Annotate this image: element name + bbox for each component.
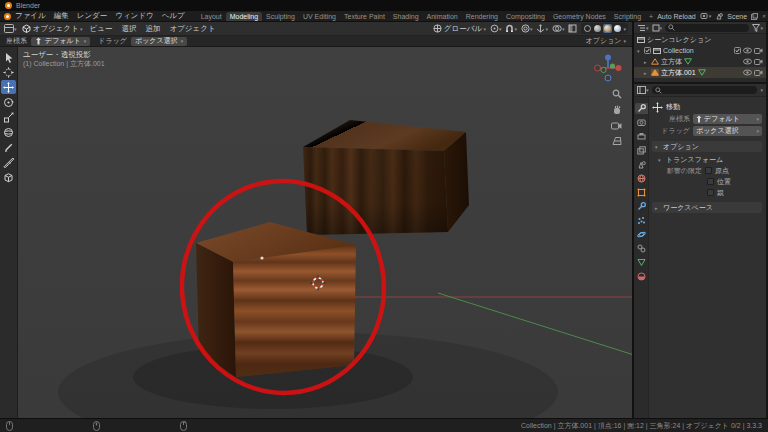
outliner-row-cube[interactable]: ▸ 立方体 [634, 56, 766, 67]
navigation-gizmo[interactable] [592, 52, 624, 84]
tool-transform[interactable] [1, 125, 16, 139]
workspace-panel-header[interactable]: ▸ワークスペース [652, 202, 762, 213]
affect-origins-row: 影響の限定 原点 [652, 165, 762, 176]
orientation-dropdown[interactable]: グローバル ▾ [433, 24, 486, 34]
menu-file[interactable]: ファイル [11, 11, 50, 21]
tab-modifiers[interactable] [635, 201, 648, 212]
collection-checkbox[interactable] [644, 47, 651, 54]
tab-scene[interactable] [635, 159, 648, 170]
tool-orientation-dropdown[interactable]: デフォルト ▾ [31, 37, 90, 46]
menu-select[interactable]: 選択 [119, 24, 138, 34]
tool-cursor[interactable] [1, 65, 16, 79]
add-workspace-button[interactable]: + [645, 12, 657, 21]
menu-render[interactable]: レンダー [73, 11, 112, 21]
tab-output[interactable] [635, 131, 648, 142]
perspective-toggle-icon[interactable] [612, 136, 622, 146]
snap-magnet-icon[interactable]: ▾ [505, 24, 517, 33]
shading-material-preview-button[interactable] [603, 24, 612, 33]
menu-object[interactable]: オブジェクト [167, 24, 217, 34]
tab-geometry-nodes[interactable]: Geometry Nodes [549, 12, 610, 21]
transform-subpanel-header[interactable]: ▾トランスフォーム [652, 154, 762, 165]
menu-add[interactable]: 追加 [143, 24, 162, 34]
gizmos-toggle-icon[interactable]: ▾ [536, 24, 548, 33]
drag-select[interactable]: ボックス選択 ▾ [693, 126, 762, 136]
xray-toggle-icon[interactable] [568, 24, 577, 33]
addon-dropdown-icon[interactable]: ▾ [700, 12, 712, 20]
tab-tool[interactable] [635, 103, 648, 114]
hide-eye-icon[interactable] [743, 47, 752, 54]
filter-icon[interactable]: ▾ [752, 24, 763, 32]
disable-render-camera-icon[interactable] [754, 69, 763, 76]
new-scene-icon[interactable] [751, 13, 758, 20]
tab-uv-editing[interactable]: UV Editing [299, 12, 340, 21]
tab-physics[interactable] [635, 229, 648, 240]
shading-solid-button[interactable] [593, 24, 602, 33]
properties-search-input[interactable] [652, 86, 758, 94]
blender-menu-icon[interactable] [4, 13, 11, 20]
tool-scale[interactable] [1, 110, 16, 124]
tab-modeling[interactable]: Modeling [226, 12, 262, 21]
cube-upper[interactable] [303, 120, 469, 235]
tool-measure[interactable] [1, 155, 16, 169]
outliner-editor-icon[interactable]: ▾ [637, 24, 649, 32]
hide-eye-icon[interactable] [743, 58, 752, 65]
outliner-row-collection[interactable]: ▾ Collection [634, 45, 766, 56]
affect-parents-checkbox[interactable] [707, 189, 714, 196]
menu-help[interactable]: ヘルプ [158, 11, 189, 21]
menu-view[interactable]: ビュー [88, 24, 115, 34]
tool-select-box[interactable] [1, 50, 16, 64]
zoom-icon[interactable] [612, 89, 622, 99]
viewport-options-dropdown[interactable]: オプション▾ [586, 36, 626, 46]
affect-origins-checkbox[interactable] [705, 167, 712, 174]
outliner-display-mode-icon[interactable]: ▾ [652, 24, 663, 32]
drag-mode-dropdown[interactable]: ボックス選択 ▾ [131, 37, 187, 46]
tab-material[interactable] [635, 271, 648, 282]
properties-filter-icon[interactable]: ▾ [760, 87, 763, 93]
menu-window[interactable]: ウィンドウ [111, 11, 157, 21]
proportional-editing-icon[interactable]: ▾ [521, 24, 533, 33]
tab-constraints[interactable] [635, 243, 648, 254]
shading-rendered-button[interactable] [613, 24, 622, 33]
editor-type-icon[interactable]: ▾ [4, 24, 17, 33]
tab-shading[interactable]: Shading [389, 12, 423, 21]
tool-move[interactable] [1, 80, 16, 94]
cube-lower-active[interactable] [196, 222, 356, 377]
tab-rendering[interactable]: Rendering [462, 12, 502, 21]
tab-sculpting[interactable]: Sculpting [262, 12, 299, 21]
menu-edit[interactable]: 編集 [50, 11, 73, 21]
overlays-toggle-icon[interactable]: ▾ [552, 24, 565, 33]
outliner-row-scene-collection[interactable]: シーンコレクション [634, 34, 766, 45]
tool-add-cube[interactable] [1, 170, 16, 184]
affect-locations-checkbox[interactable] [707, 178, 714, 185]
tool-annotate[interactable] [1, 140, 16, 154]
tab-render[interactable] [635, 117, 648, 128]
camera-view-icon[interactable] [611, 121, 622, 130]
tab-particles[interactable] [635, 215, 648, 226]
disable-render-camera-icon[interactable] [754, 58, 763, 65]
pivot-point-dropdown[interactable]: ▾ [490, 24, 502, 33]
tab-world[interactable] [635, 173, 648, 184]
tab-view-layer[interactable] [635, 145, 648, 156]
tab-layout[interactable]: Layout [197, 12, 226, 21]
tool-rotate[interactable] [1, 95, 16, 109]
exclude-checkbox-icon[interactable] [734, 47, 741, 54]
hide-eye-icon[interactable] [743, 69, 752, 76]
unlink-scene-icon[interactable]: ✕ [762, 13, 766, 19]
tab-compositing[interactable]: Compositing [502, 12, 549, 21]
pan-hand-icon[interactable] [612, 105, 622, 115]
properties-editor-icon[interactable]: ▾ [637, 86, 649, 94]
disable-render-camera-icon[interactable] [754, 47, 763, 54]
options-panel-header[interactable]: ▾オプション [652, 141, 762, 152]
tab-texture-paint[interactable]: Texture Paint [340, 12, 389, 21]
outliner-search-input[interactable] [665, 24, 749, 32]
orientation-select[interactable]: デフォルト ▾ [693, 114, 762, 124]
viewport-3d[interactable]: ユーザー・透視投影 (1) Collection | 立方体.001 [18, 47, 632, 418]
tab-object-data[interactable] [635, 257, 648, 268]
mode-dropdown[interactable]: オブジェクト ▾ [22, 24, 83, 34]
outliner-row-cube-001[interactable]: ▸ 立方体.001 [634, 67, 766, 78]
shading-wireframe-button[interactable] [583, 24, 592, 33]
tab-animation[interactable]: Animation [423, 12, 462, 21]
scene-selector[interactable]: Scene [727, 13, 747, 20]
tab-scripting[interactable]: Scripting [610, 12, 645, 21]
tab-object[interactable] [635, 187, 648, 198]
